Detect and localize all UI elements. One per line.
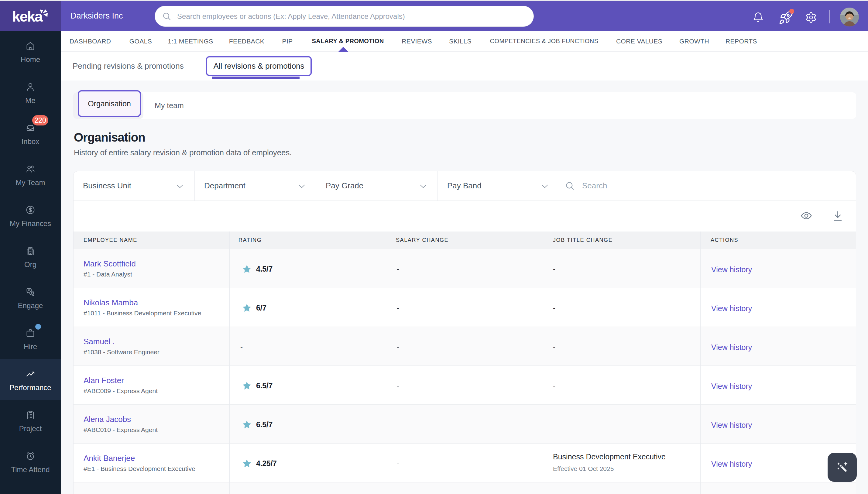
- svg-text:keka: keka: [12, 8, 43, 25]
